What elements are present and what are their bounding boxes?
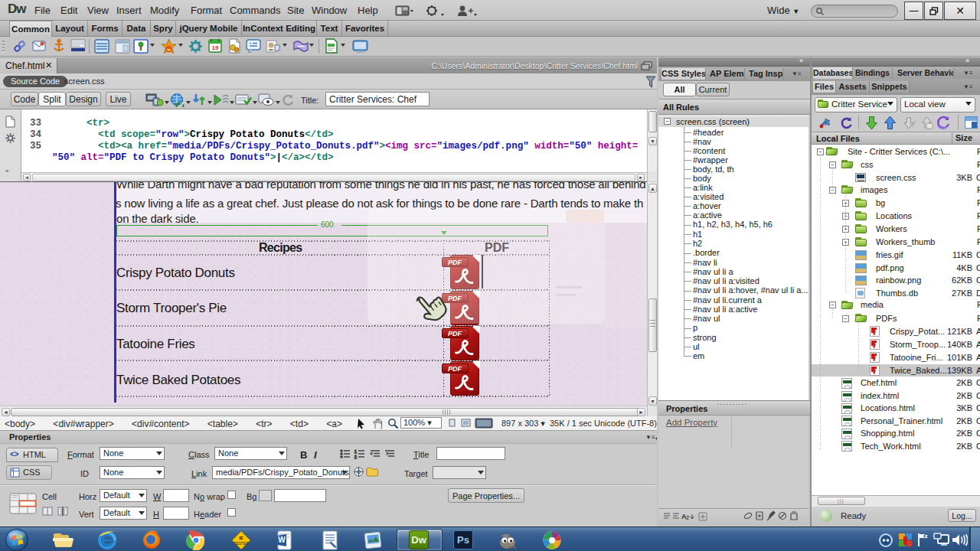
svg-text:TESTER: TESTER <box>234 541 249 546</box>
svg-text:z: z <box>686 514 690 521</box>
svg-text:19: 19 <box>212 44 219 51</box>
svg-text:IE: IE <box>239 536 243 540</box>
svg-text:W: W <box>278 536 286 544</box>
svg-text:1: 1 <box>354 449 357 454</box>
svg-text:2: 2 <box>354 455 357 459</box>
